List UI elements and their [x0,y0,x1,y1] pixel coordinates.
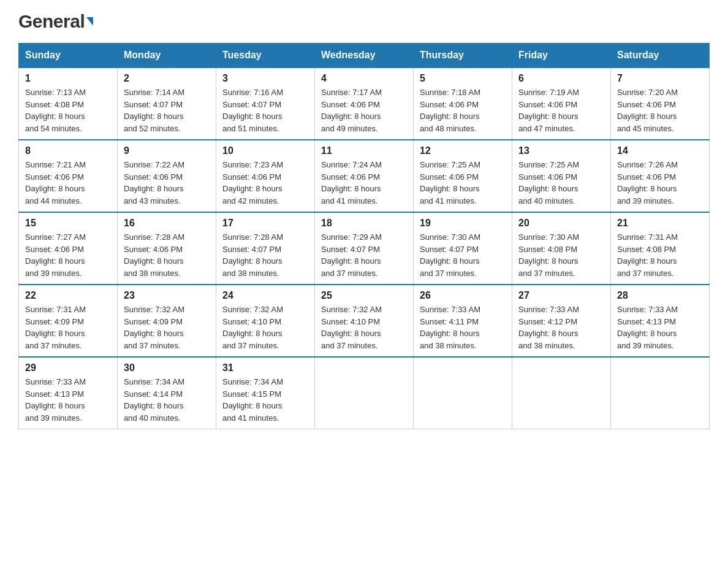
day-info: Sunrise: 7:17 AMSunset: 4:06 PMDaylight:… [321,88,382,133]
day-info: Sunrise: 7:16 AMSunset: 4:07 PMDaylight:… [222,88,283,133]
calendar-cell: 28Sunrise: 7:33 AMSunset: 4:13 PMDayligh… [611,285,710,357]
day-info: Sunrise: 7:26 AMSunset: 4:06 PMDaylight:… [617,160,678,205]
calendar-cell: 20Sunrise: 7:30 AMSunset: 4:08 PMDayligh… [512,212,611,285]
day-number: 23 [124,290,210,301]
calendar-cell [611,357,710,429]
calendar-cell: 5Sunrise: 7:18 AMSunset: 4:06 PMDaylight… [414,67,512,140]
day-info: Sunrise: 7:33 AMSunset: 4:12 PMDaylight:… [518,305,579,350]
calendar-cell: 15Sunrise: 7:27 AMSunset: 4:06 PMDayligh… [19,212,118,285]
calendar-cell: 26Sunrise: 7:33 AMSunset: 4:11 PMDayligh… [414,285,512,357]
calendar-cell: 6Sunrise: 7:19 AMSunset: 4:06 PMDaylight… [512,67,611,140]
day-number: 10 [222,145,308,156]
day-number: 25 [321,290,407,301]
day-info: Sunrise: 7:34 AMSunset: 4:15 PMDaylight:… [222,377,283,423]
day-info: Sunrise: 7:30 AMSunset: 4:08 PMDaylight:… [518,232,579,278]
calendar-cell: 30Sunrise: 7:34 AMSunset: 4:14 PMDayligh… [118,357,216,429]
day-info: Sunrise: 7:28 AMSunset: 4:07 PMDaylight:… [222,232,283,278]
day-number: 1 [25,73,111,84]
day-number: 12 [420,145,506,156]
day-info: Sunrise: 7:33 AMSunset: 4:13 PMDaylight:… [617,305,678,350]
day-number: 8 [25,145,111,156]
day-info: Sunrise: 7:31 AMSunset: 4:08 PMDaylight:… [617,232,678,278]
day-number: 17 [222,218,308,229]
day-number: 11 [321,145,407,156]
day-number: 19 [420,218,506,229]
calendar-cell: 3Sunrise: 7:16 AMSunset: 4:07 PMDaylight… [216,67,315,140]
calendar-cell: 27Sunrise: 7:33 AMSunset: 4:12 PMDayligh… [512,285,611,357]
calendar-cell: 14Sunrise: 7:26 AMSunset: 4:06 PMDayligh… [611,140,710,212]
day-info: Sunrise: 7:14 AMSunset: 4:07 PMDaylight:… [124,88,184,133]
day-info: Sunrise: 7:18 AMSunset: 4:06 PMDaylight:… [420,88,480,133]
day-number: 27 [518,290,604,301]
calendar-cell: 22Sunrise: 7:31 AMSunset: 4:09 PMDayligh… [19,285,118,357]
logo-name: General [18,12,93,31]
calendar-cell: 10Sunrise: 7:23 AMSunset: 4:06 PMDayligh… [216,140,315,212]
column-header-wednesday: Wednesday [315,44,414,68]
day-info: Sunrise: 7:19 AMSunset: 4:06 PMDaylight:… [518,88,579,133]
calendar-header: SundayMondayTuesdayWednesdayThursdayFrid… [19,44,710,68]
day-number: 5 [420,73,506,84]
logo: General [18,12,93,31]
day-info: Sunrise: 7:22 AMSunset: 4:06 PMDaylight:… [124,160,184,205]
calendar-cell: 29Sunrise: 7:33 AMSunset: 4:13 PMDayligh… [19,357,118,429]
calendar-cell [315,357,414,429]
column-header-saturday: Saturday [611,44,710,68]
calendar-cell: 25Sunrise: 7:32 AMSunset: 4:10 PMDayligh… [315,285,414,357]
column-header-friday: Friday [512,44,611,68]
column-header-tuesday: Tuesday [216,44,315,68]
day-info: Sunrise: 7:28 AMSunset: 4:06 PMDaylight:… [124,232,184,278]
day-number: 24 [222,290,308,301]
column-header-sunday: Sunday [19,44,118,68]
day-number: 9 [124,145,210,156]
calendar-cell: 9Sunrise: 7:22 AMSunset: 4:06 PMDaylight… [118,140,216,212]
day-number: 15 [25,218,111,229]
day-number: 16 [124,218,210,229]
header-row: SundayMondayTuesdayWednesdayThursdayFrid… [19,44,710,68]
calendar-cell: 21Sunrise: 7:31 AMSunset: 4:08 PMDayligh… [611,212,710,285]
day-info: Sunrise: 7:25 AMSunset: 4:06 PMDaylight:… [420,160,480,205]
day-number: 20 [518,218,604,229]
calendar-cell: 31Sunrise: 7:34 AMSunset: 4:15 PMDayligh… [216,357,315,429]
calendar-cell: 11Sunrise: 7:24 AMSunset: 4:06 PMDayligh… [315,140,414,212]
calendar-week-4: 22Sunrise: 7:31 AMSunset: 4:09 PMDayligh… [19,285,710,357]
day-info: Sunrise: 7:33 AMSunset: 4:11 PMDaylight:… [420,305,480,350]
day-number: 21 [617,218,703,229]
day-number: 28 [617,290,703,301]
day-number: 18 [321,218,407,229]
column-header-monday: Monday [118,44,216,68]
day-info: Sunrise: 7:20 AMSunset: 4:06 PMDaylight:… [617,88,678,133]
day-info: Sunrise: 7:31 AMSunset: 4:09 PMDaylight:… [25,305,86,350]
calendar-cell: 18Sunrise: 7:29 AMSunset: 4:07 PMDayligh… [315,212,414,285]
column-header-thursday: Thursday [414,44,512,68]
calendar-cell: 7Sunrise: 7:20 AMSunset: 4:06 PMDaylight… [611,67,710,140]
calendar-cell: 17Sunrise: 7:28 AMSunset: 4:07 PMDayligh… [216,212,315,285]
calendar-cell: 2Sunrise: 7:14 AMSunset: 4:07 PMDaylight… [118,67,216,140]
day-number: 4 [321,73,407,84]
page-header: General [18,12,710,31]
day-number: 3 [222,73,308,84]
day-info: Sunrise: 7:27 AMSunset: 4:06 PMDaylight:… [25,232,86,278]
calendar-week-3: 15Sunrise: 7:27 AMSunset: 4:06 PMDayligh… [19,212,710,285]
calendar-cell: 19Sunrise: 7:30 AMSunset: 4:07 PMDayligh… [414,212,512,285]
calendar-week-2: 8Sunrise: 7:21 AMSunset: 4:06 PMDaylight… [19,140,710,212]
calendar-cell: 1Sunrise: 7:13 AMSunset: 4:08 PMDaylight… [19,67,118,140]
day-info: Sunrise: 7:30 AMSunset: 4:07 PMDaylight:… [420,232,480,278]
calendar-cell [512,357,611,429]
calendar-cell: 4Sunrise: 7:17 AMSunset: 4:06 PMDaylight… [315,67,414,140]
day-number: 7 [617,73,703,84]
logo-general-text: General [18,12,93,31]
day-number: 2 [124,73,210,84]
day-number: 13 [518,145,604,156]
calendar-cell: 23Sunrise: 7:32 AMSunset: 4:09 PMDayligh… [118,285,216,357]
calendar-body: 1Sunrise: 7:13 AMSunset: 4:08 PMDaylight… [19,67,710,429]
calendar-cell: 13Sunrise: 7:25 AMSunset: 4:06 PMDayligh… [512,140,611,212]
day-info: Sunrise: 7:34 AMSunset: 4:14 PMDaylight:… [124,377,184,423]
day-number: 22 [25,290,111,301]
day-info: Sunrise: 7:24 AMSunset: 4:06 PMDaylight:… [321,160,382,205]
day-number: 31 [222,362,308,373]
day-number: 26 [420,290,506,301]
day-info: Sunrise: 7:25 AMSunset: 4:06 PMDaylight:… [518,160,579,205]
calendar-cell: 24Sunrise: 7:32 AMSunset: 4:10 PMDayligh… [216,285,315,357]
day-info: Sunrise: 7:32 AMSunset: 4:10 PMDaylight:… [321,305,382,350]
day-number: 14 [617,145,703,156]
